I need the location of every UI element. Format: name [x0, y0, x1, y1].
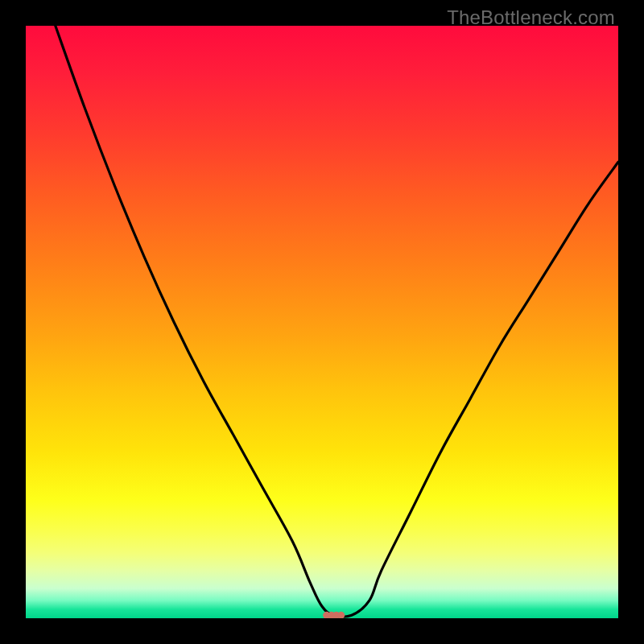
bottleneck-curve [26, 26, 618, 618]
valley-marker [323, 612, 345, 618]
curve-path [56, 26, 618, 617]
chart-frame: TheBottleneck.com [0, 0, 644, 644]
watermark-text: TheBottleneck.com [447, 6, 615, 29]
svg-point-2 [332, 612, 340, 618]
svg-point-1 [328, 612, 335, 618]
plot-area [26, 26, 618, 618]
svg-point-3 [337, 612, 345, 618]
svg-point-0 [323, 612, 330, 618]
